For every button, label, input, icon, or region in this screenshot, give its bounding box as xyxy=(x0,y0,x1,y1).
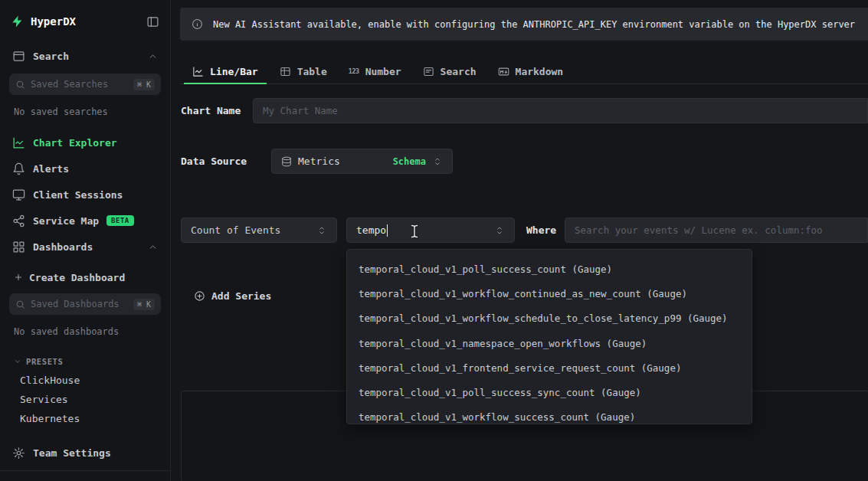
text-caret xyxy=(387,224,388,237)
select-updown-icon xyxy=(494,225,505,236)
line-chart-icon xyxy=(192,66,204,77)
metric-input-value: tempo xyxy=(356,224,386,236)
dropdown-option[interactable]: temporal_cloud_v1_workflow_continued_as_… xyxy=(347,281,752,306)
metric-suggestions-dropdown: temporal_cloud_v1_poll_success_count (Ga… xyxy=(346,249,752,424)
saved-searches-search[interactable]: ⌘ K xyxy=(9,74,161,95)
create-dashboard-label: Create Dashboard xyxy=(29,272,125,283)
sidebar-item-team-settings[interactable]: Team Settings xyxy=(8,440,162,466)
tab-label: Number xyxy=(365,66,401,77)
tab-label: Search xyxy=(441,66,477,77)
sidebar-item-alerts[interactable]: Alerts xyxy=(8,155,162,182)
number-123-icon: 123 xyxy=(349,67,359,75)
sidebar-item-label: Team Settings xyxy=(33,447,111,459)
tab-table[interactable]: Table xyxy=(269,59,338,83)
dashboards-grid-icon xyxy=(12,240,25,254)
sidebar-item-client-sessions[interactable]: Client Sessions xyxy=(8,182,162,208)
chart-name-field[interactable] xyxy=(263,105,858,116)
sidebar-item-service-map[interactable]: Service Map BETA xyxy=(8,208,162,234)
plus-icon xyxy=(14,273,23,282)
sidebar-item-label: Search xyxy=(33,51,69,62)
chart-name-label: Chart Name xyxy=(181,105,241,117)
no-saved-searches-text: No saved searches xyxy=(14,106,156,117)
data-source-value: Metrics xyxy=(298,155,393,167)
chevron-up-icon xyxy=(148,51,158,61)
main-content: New AI Assistant available, enable with … xyxy=(171,0,868,481)
no-saved-dashboards-text: No saved dashboards xyxy=(14,326,156,337)
add-series-label: Add Series xyxy=(211,290,271,302)
data-source-label: Data Source xyxy=(181,155,247,168)
saved-dashboards-input[interactable] xyxy=(31,299,128,309)
shortcut-badge: ⌘ K xyxy=(133,79,155,90)
presets-label: PRESETS xyxy=(26,357,63,366)
sidebar-item-chart-explorer[interactable]: Chart Explorer xyxy=(8,129,162,155)
magnifier-icon xyxy=(15,80,25,90)
sidebar-item-label: Chart Explorer xyxy=(33,137,117,149)
saved-dashboards-search[interactable]: ⌘ K xyxy=(9,293,161,315)
monitor-icon xyxy=(12,188,25,201)
chevron-up-icon xyxy=(148,242,158,252)
dropdown-option[interactable]: temporal_cloud_v1_workflow_schedule_to_c… xyxy=(347,306,752,331)
dropdown-option[interactable]: temporal_cloud_v1_frontend_service_reque… xyxy=(347,355,752,380)
tab-label: Markdown xyxy=(516,66,564,77)
dropdown-option[interactable]: temporal_cloud_v1_poll_success_sync_coun… xyxy=(347,380,752,404)
sidebar-header: HyperDX xyxy=(8,0,162,43)
gear-icon xyxy=(12,447,25,460)
saved-searches-input[interactable] xyxy=(31,79,128,90)
add-series-button[interactable]: Add Series xyxy=(194,290,271,302)
preset-item-clickhouse[interactable]: ClickHouse xyxy=(8,371,162,390)
create-dashboard-button[interactable]: Create Dashboard xyxy=(8,266,162,289)
search-icon xyxy=(12,50,25,63)
tab-markdown[interactable]: Markdown xyxy=(487,59,575,83)
where-label: Where xyxy=(526,224,556,237)
banner-text: New AI Assistant available, enable with … xyxy=(213,19,857,30)
sidebar-item-dashboards[interactable]: Dashboards xyxy=(8,234,162,260)
select-updown-icon xyxy=(316,225,327,236)
chevron-down-icon xyxy=(14,358,21,365)
metric-name-input[interactable]: tempo xyxy=(346,218,515,243)
table-icon xyxy=(280,66,291,77)
select-updown-icon xyxy=(432,156,443,167)
preset-item-kubernetes[interactable]: Kubernetes xyxy=(8,409,162,428)
sidebar: HyperDX Search ⌘ K No saved searches Cha… xyxy=(0,0,171,481)
database-icon xyxy=(281,156,292,167)
preset-item-services[interactable]: Services xyxy=(8,390,162,409)
sidebar-bottom-divider xyxy=(0,470,170,481)
aggregation-select[interactable]: Count of Events xyxy=(181,218,337,243)
sidebar-footer: Team Settings xyxy=(8,440,162,481)
tab-search[interactable]: Search xyxy=(412,59,487,83)
magnifier-icon xyxy=(15,299,25,309)
app-title: HyperDX xyxy=(31,15,76,28)
sidebar-item-label: Dashboards xyxy=(33,241,93,253)
aggregation-value: Count of Events xyxy=(191,224,280,236)
plus-circle-icon xyxy=(194,290,205,302)
search-doc-icon xyxy=(423,66,434,77)
dropdown-option[interactable]: temporal_cloud_v1_poll_success_count (Ga… xyxy=(347,257,752,281)
sidebar-item-label: Service Map xyxy=(33,215,99,227)
hyperdx-logo[interactable]: HyperDX xyxy=(11,15,76,28)
text-cursor-pointer xyxy=(409,224,420,239)
chart-type-tabs: Line/Bar Table 123 Number Search Markdow… xyxy=(180,59,868,84)
bell-icon xyxy=(12,162,25,175)
sidebar-item-label: Alerts xyxy=(33,163,69,175)
data-source-select[interactable]: Metrics Schema xyxy=(271,149,453,174)
shortcut-badge: ⌘ K xyxy=(133,299,155,310)
hyperdx-logo-icon xyxy=(11,15,25,28)
tab-line-bar[interactable]: Line/Bar xyxy=(182,59,269,83)
where-search-input[interactable] xyxy=(565,218,868,243)
dropdown-option[interactable]: temporal_cloud_v1_namespace_open_workflo… xyxy=(347,331,752,355)
dropdown-option[interactable]: temporal_cloud_v1_workflow_success_count… xyxy=(347,405,752,424)
ai-assistant-banner: New AI Assistant available, enable with … xyxy=(180,8,868,41)
where-search-field[interactable] xyxy=(575,224,858,236)
schema-button[interactable]: Schema xyxy=(393,156,426,167)
sidebar-item-search[interactable]: Search xyxy=(8,43,162,69)
chart-name-input[interactable] xyxy=(253,98,868,123)
beta-badge: BETA xyxy=(106,215,134,226)
info-icon xyxy=(192,18,203,30)
service-map-icon xyxy=(12,214,25,227)
markdown-icon xyxy=(498,66,509,77)
tab-number[interactable]: 123 Number xyxy=(338,59,412,83)
sidebar-item-label: Client Sessions xyxy=(33,189,123,201)
collapse-sidebar-icon[interactable] xyxy=(146,15,159,28)
presets-section-toggle[interactable]: PRESETS xyxy=(14,357,156,366)
tab-label: Table xyxy=(297,66,327,77)
